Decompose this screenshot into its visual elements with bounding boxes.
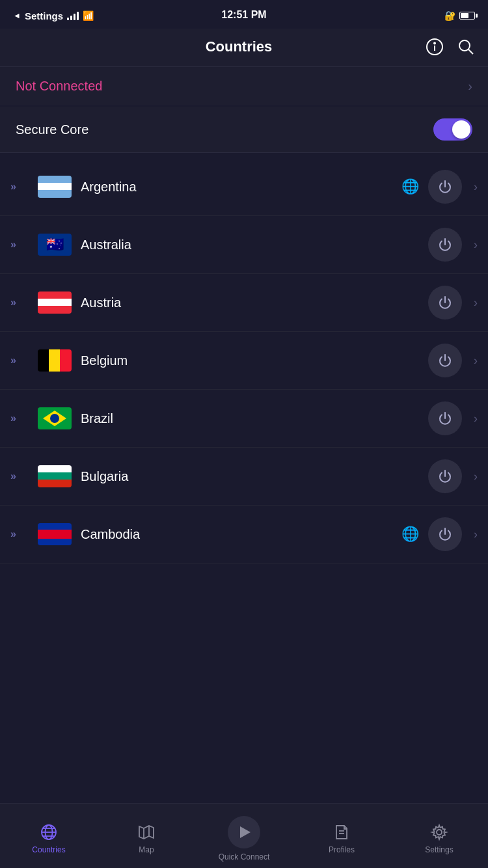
list-item: » Bulgaria › <box>0 448 488 506</box>
countries-tab-icon <box>40 823 58 841</box>
svg-point-2 <box>434 43 435 44</box>
connect-button[interactable] <box>428 228 462 262</box>
connect-button[interactable] <box>428 170 462 204</box>
list-item: » Cambodia 🌐 › <box>0 506 488 563</box>
country-actions: › <box>428 344 478 377</box>
svg-marker-10 <box>139 826 154 839</box>
expand-arrows-icon[interactable]: » <box>10 181 29 193</box>
country-actions: › <box>428 401 478 435</box>
connect-button[interactable] <box>428 459 462 493</box>
status-bar: ◄ Settings 📶 12:51 PM 🔐 <box>0 0 488 29</box>
flag-cambodia <box>38 523 72 545</box>
country-name: Belgium <box>81 353 419 368</box>
connection-chevron-icon: › <box>468 79 472 94</box>
connect-button[interactable] <box>428 286 462 319</box>
list-item: » 🇦🇺 Australia › <box>0 216 488 274</box>
tab-quick-connect[interactable]: Quick Connect <box>195 811 293 861</box>
country-name: Brazil <box>81 411 419 426</box>
quick-connect-icon <box>228 816 260 848</box>
country-list: » Argentina 🌐 › » 🇦🇺 Australia › » Austr… <box>0 158 488 629</box>
tab-settings[interactable]: Settings <box>390 818 488 854</box>
globe-icon: 🌐 <box>401 178 419 195</box>
settings-tab-icon <box>430 823 448 841</box>
tab-bar: Countries Map Quick Connect <box>0 803 488 868</box>
country-name: Argentina <box>81 180 392 195</box>
connect-button[interactable] <box>428 344 462 377</box>
list-item: » Argentina 🌐 › <box>0 158 488 216</box>
svg-point-16 <box>437 830 442 835</box>
flag-austria <box>38 292 72 314</box>
list-item: » Brazil › <box>0 390 488 448</box>
tab-countries-label: Countries <box>32 845 65 854</box>
country-actions: › <box>428 459 478 493</box>
secure-core-toggle[interactable] <box>433 118 472 141</box>
connection-banner[interactable]: Not Connected › <box>0 67 488 105</box>
tab-quick-connect-label: Quick Connect <box>219 852 270 861</box>
connect-button[interactable] <box>428 517 462 551</box>
expand-arrows-icon[interactable]: » <box>10 355 29 366</box>
country-actions: 🌐 › <box>401 170 478 204</box>
back-arrow-icon: ◄ <box>13 11 21 20</box>
country-actions: › <box>428 286 478 319</box>
info-button[interactable] <box>426 38 444 56</box>
row-chevron-icon: › <box>474 238 478 252</box>
connection-status: Not Connected <box>16 79 102 94</box>
row-chevron-icon: › <box>474 470 478 483</box>
lock-icon: 🔐 <box>444 10 455 21</box>
row-chevron-icon: › <box>474 528 478 541</box>
country-name: Cambodia <box>81 527 392 542</box>
flag-australia: 🇦🇺 <box>38 234 72 256</box>
svg-point-3 <box>459 40 470 51</box>
country-name: Australia <box>81 237 419 252</box>
secure-core-label: Secure Core <box>16 122 88 137</box>
tab-settings-label: Settings <box>425 845 453 854</box>
expand-arrows-icon[interactable]: » <box>10 528 29 540</box>
wifi-icon: 📶 <box>83 10 94 21</box>
tab-map-label: Map <box>139 845 154 854</box>
secure-core-row[interactable]: Secure Core <box>0 107 488 153</box>
country-name: Austria <box>81 295 419 310</box>
svg-marker-13 <box>240 826 251 838</box>
status-carrier: ◄ Settings 📶 <box>13 10 94 21</box>
battery-icon <box>459 12 475 20</box>
page-title: Countries <box>206 38 273 55</box>
nav-actions <box>426 38 475 56</box>
search-button[interactable] <box>457 38 475 56</box>
flag-argentina <box>38 176 72 198</box>
list-item: » Belgium › <box>0 332 488 390</box>
expand-arrows-icon[interactable]: » <box>10 413 29 424</box>
expand-arrows-icon[interactable]: » <box>10 239 29 251</box>
signal-icon <box>67 11 79 20</box>
row-chevron-icon: › <box>474 412 478 426</box>
list-item: » Austria › <box>0 274 488 332</box>
flag-brazil <box>38 407 72 429</box>
country-actions: 🌐 › <box>401 517 478 551</box>
row-chevron-icon: › <box>474 180 478 194</box>
flag-bulgaria <box>38 465 72 487</box>
expand-arrows-icon[interactable]: » <box>10 297 29 308</box>
country-actions: › <box>428 228 478 262</box>
tab-map[interactable]: Map <box>98 818 195 854</box>
nav-header: Countries <box>0 29 488 67</box>
tab-profiles[interactable]: Profiles <box>293 818 390 854</box>
map-tab-icon <box>137 823 156 841</box>
expand-arrows-icon[interactable]: » <box>10 470 29 482</box>
svg-line-4 <box>468 49 473 54</box>
globe-icon: 🌐 <box>401 526 419 543</box>
flag-belgium <box>38 349 72 372</box>
country-name: Bulgaria <box>81 469 419 484</box>
tab-profiles-label: Profiles <box>329 845 355 854</box>
status-right: 🔐 <box>444 10 475 21</box>
tab-countries[interactable]: Countries <box>0 818 98 854</box>
connect-button[interactable] <box>428 401 462 435</box>
status-time: 12:51 PM <box>221 9 266 21</box>
profiles-tab-icon <box>332 823 351 841</box>
row-chevron-icon: › <box>474 354 478 368</box>
row-chevron-icon: › <box>474 296 478 310</box>
toggle-knob <box>452 120 470 139</box>
